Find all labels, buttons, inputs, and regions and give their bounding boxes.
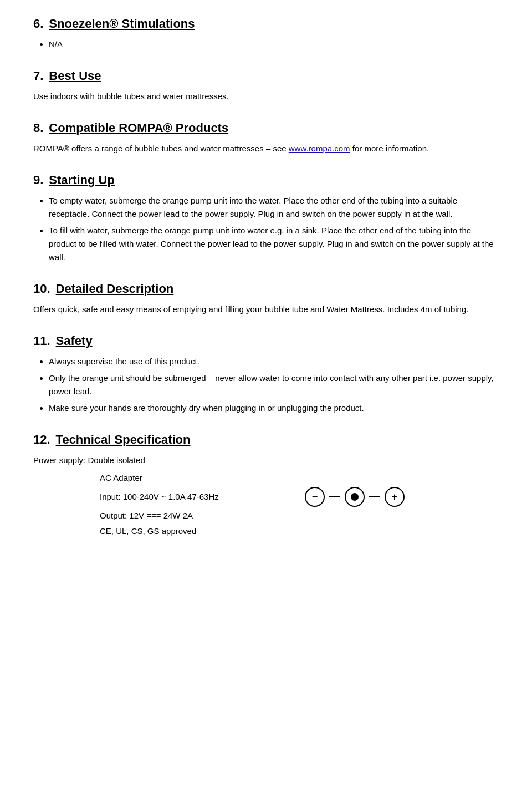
section-number-7: 7. bbox=[33, 69, 43, 83]
section-heading-detailed: Detailed Description bbox=[56, 282, 174, 296]
section-snoezelen: 6. Snoezelen® Stimulations N/A bbox=[33, 17, 499, 51]
section-detailed-description: 10. Detailed Description Offers quick, s… bbox=[33, 282, 499, 316]
power-ac-row: AC Adapter bbox=[33, 471, 499, 485]
ac-adapter-label: AC Adapter bbox=[100, 471, 142, 485]
line-left bbox=[329, 496, 340, 497]
list-item: Always supervise the use of this product… bbox=[49, 355, 499, 368]
power-supply-label: Power supply: Double isolated bbox=[33, 454, 499, 467]
section-title-starting-up: 9. Starting Up bbox=[33, 173, 499, 187]
section-starting-up: 9. Starting Up To empty water, submerge … bbox=[33, 173, 499, 264]
section-heading-starting-up: Starting Up bbox=[49, 173, 115, 187]
input-label: Input: 100-240V ~ 1.0A 47-63Hz bbox=[100, 490, 288, 504]
section-technical-spec: 12. Technical Specification Power supply… bbox=[33, 433, 499, 538]
minus-icon: − bbox=[305, 487, 325, 507]
starting-up-list: To empty water, submerge the orange pump… bbox=[49, 194, 499, 264]
safety-list: Always supervise the use of this product… bbox=[49, 355, 499, 415]
dot-icon bbox=[345, 487, 365, 507]
section-heading-safety: Safety bbox=[56, 334, 93, 348]
output-label: Output: 12V === 24W 2A bbox=[100, 509, 193, 522]
line-right bbox=[369, 496, 380, 497]
compatible-body: ROMPA® offers a range of bubble tubes an… bbox=[33, 142, 499, 155]
section-title-safety: 11. Safety bbox=[33, 334, 499, 348]
compatible-body-suffix: for more information. bbox=[350, 144, 429, 153]
list-item: To empty water, submerge the orange pump… bbox=[49, 194, 499, 221]
list-item: To fill with water, submerge the orange … bbox=[49, 224, 499, 264]
list-item: Make sure your hands are thoroughly dry … bbox=[49, 402, 499, 415]
section-number-9: 9. bbox=[33, 173, 43, 187]
section-heading-tech-spec: Technical Specification bbox=[56, 433, 191, 447]
section-title-best-use: 7. Best Use bbox=[33, 69, 499, 83]
best-use-body: Use indoors with bubble tubes and water … bbox=[33, 90, 499, 103]
section-number-8: 8. bbox=[33, 121, 43, 135]
plus-icon: + bbox=[385, 487, 405, 507]
section-title-compatible: 8. Compatible ROMPA® Products bbox=[33, 121, 499, 135]
rompa-link[interactable]: www.rompa.com bbox=[289, 144, 350, 153]
section-best-use: 7. Best Use Use indoors with bubble tube… bbox=[33, 69, 499, 103]
list-item: Only the orange unit should be submerged… bbox=[49, 372, 499, 398]
power-input-row: Input: 100-240V ~ 1.0A 47-63Hz − + bbox=[33, 487, 499, 507]
section-number-10: 10. bbox=[33, 282, 50, 296]
power-output-row: Output: 12V === 24W 2A bbox=[33, 509, 499, 522]
section-number-11: 11. bbox=[33, 334, 50, 348]
section-heading-snoezelen: Snoezelen® Stimulations bbox=[49, 17, 195, 31]
certifications-label: CE, UL, CS, GS approved bbox=[100, 525, 196, 538]
section-number-12: 12. bbox=[33, 433, 50, 447]
snoezelen-list: N/A bbox=[49, 38, 499, 51]
section-heading-compatible: Compatible ROMPA® Products bbox=[49, 121, 228, 135]
compatible-body-prefix: ROMPA® offers a range of bubble tubes an… bbox=[33, 144, 289, 153]
detailed-body: Offers quick, safe and easy means of emp… bbox=[33, 303, 499, 316]
section-title-detailed: 10. Detailed Description bbox=[33, 282, 499, 296]
list-item: N/A bbox=[49, 38, 499, 51]
section-title-snoezelen: 6. Snoezelen® Stimulations bbox=[33, 17, 499, 31]
power-cert-row: CE, UL, CS, GS approved bbox=[33, 525, 499, 538]
power-diagram: − + bbox=[305, 487, 405, 507]
section-heading-best-use: Best Use bbox=[49, 69, 101, 83]
section-number-6: 6. bbox=[33, 17, 43, 31]
section-title-tech-spec: 12. Technical Specification bbox=[33, 433, 499, 447]
section-safety: 11. Safety Always supervise the use of t… bbox=[33, 334, 499, 415]
section-compatible-products: 8. Compatible ROMPA® Products ROMPA® off… bbox=[33, 121, 499, 155]
